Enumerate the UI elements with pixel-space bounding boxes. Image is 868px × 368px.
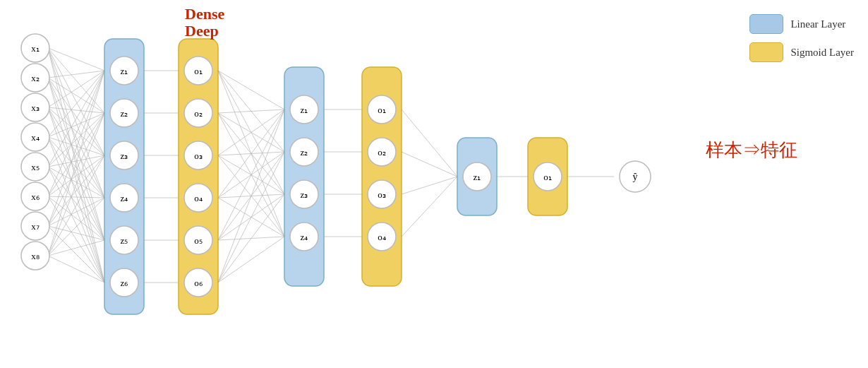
network-svg: x₁ x₂ x₃ x₄ x₅ x₆ x₇ x₈ z₁ xyxy=(0,0,868,368)
connections-s1-l2 xyxy=(218,71,284,283)
svg-text:z₂: z₂ xyxy=(301,147,308,158)
connections-l1-s1 xyxy=(144,71,179,283)
legend-sigmoid: Sigmoid Layer xyxy=(749,42,854,62)
svg-text:z₆: z₆ xyxy=(121,278,128,288)
svg-line-83 xyxy=(402,152,457,177)
svg-text:o₄: o₄ xyxy=(194,193,203,203)
svg-line-33 xyxy=(48,196,104,198)
neural-network-diagram: x₁ x₂ x₃ x₄ x₅ x₆ x₇ x₈ z₁ xyxy=(0,0,868,368)
svg-line-3 xyxy=(48,48,104,198)
svg-text:o₂: o₂ xyxy=(378,147,386,158)
sample-arrow-annotation: 样本⇒特征 xyxy=(706,138,797,162)
svg-text:o₁: o₁ xyxy=(194,66,203,76)
l3-layer: z₁ xyxy=(463,162,491,191)
svg-text:z₂: z₂ xyxy=(121,108,128,119)
dense-deep-annotation: DenseDeep xyxy=(185,6,224,40)
svg-text:o₆: o₆ xyxy=(194,278,203,288)
svg-line-13 xyxy=(48,107,104,113)
svg-line-44 xyxy=(48,155,104,256)
svg-line-82 xyxy=(402,109,457,177)
svg-text:o₃: o₃ xyxy=(194,150,203,161)
svg-line-76 xyxy=(218,194,284,283)
svg-text:x₈: x₈ xyxy=(31,251,40,261)
svg-line-6 xyxy=(48,71,104,78)
svg-line-0 xyxy=(48,48,104,71)
svg-text:o₁: o₁ xyxy=(543,172,552,182)
svg-line-70 xyxy=(218,109,284,240)
input-layer: x₁ x₂ x₃ x₄ x₅ x₆ x₇ x₈ xyxy=(21,34,49,270)
svg-text:ŷ: ŷ xyxy=(633,172,638,182)
svg-line-58 xyxy=(218,109,284,113)
svg-text:x₃: x₃ xyxy=(31,102,40,113)
connections-input-l1 xyxy=(48,48,104,283)
svg-text:z₅: z₅ xyxy=(121,235,128,246)
svg-text:x₅: x₅ xyxy=(31,162,40,172)
svg-text:x₁: x₁ xyxy=(31,43,40,54)
svg-text:z₃: z₃ xyxy=(121,150,128,161)
legend-linear-box xyxy=(749,14,783,34)
svg-line-74 xyxy=(218,109,284,283)
svg-text:o₂: o₂ xyxy=(194,108,203,119)
svg-line-66 xyxy=(218,109,284,198)
svg-text:o₅: o₅ xyxy=(194,235,203,246)
svg-text:z₄: z₄ xyxy=(301,232,308,242)
svg-text:z₄: z₄ xyxy=(121,193,128,203)
svg-text:o₁: o₁ xyxy=(378,105,386,115)
svg-text:x₆: x₆ xyxy=(31,191,40,202)
legend-linear-label: Linear Layer xyxy=(790,18,845,30)
svg-text:z₁: z₁ xyxy=(121,66,128,76)
svg-text:z₁: z₁ xyxy=(301,105,308,115)
legend-sigmoid-label: Sigmoid Layer xyxy=(790,47,854,59)
svg-text:o₄: o₄ xyxy=(378,232,386,242)
svg-text:z₃: z₃ xyxy=(301,189,308,200)
svg-line-62 xyxy=(218,109,284,155)
svg-text:x₂: x₂ xyxy=(31,73,40,83)
svg-text:o₃: o₃ xyxy=(378,189,386,200)
legend: Linear Layer Sigmoid Layer xyxy=(749,14,854,62)
svg-text:z₁: z₁ xyxy=(474,172,481,182)
svg-line-75 xyxy=(218,152,284,283)
svg-text:x₇: x₇ xyxy=(31,221,40,232)
svg-line-77 xyxy=(218,237,284,283)
svg-line-47 xyxy=(48,256,104,283)
svg-text:x₄: x₄ xyxy=(31,132,40,143)
svg-line-54 xyxy=(218,71,284,109)
connections-s2-l3 xyxy=(402,109,457,237)
s3-layer: o₁ xyxy=(534,162,562,191)
legend-sigmoid-box xyxy=(749,42,783,62)
svg-line-42 xyxy=(48,71,104,256)
connections-l2-s2 xyxy=(324,109,362,237)
legend-linear: Linear Layer xyxy=(749,14,854,34)
output-layer: ŷ xyxy=(620,161,651,192)
svg-line-27 xyxy=(48,167,104,198)
svg-line-37 xyxy=(48,113,104,226)
